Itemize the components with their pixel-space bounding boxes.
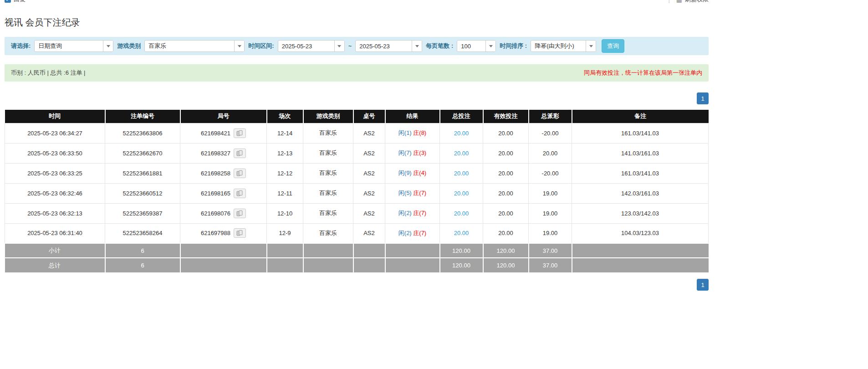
cell-round: 621698165 — [180, 183, 267, 203]
refresh-permission-label: 刷新权限 — [685, 0, 709, 4]
chevron-down-icon — [107, 45, 110, 47]
cell-session: 12-11 — [267, 183, 303, 203]
currency-summary-text: 币别 : 人民币 | 总共 :6 注单 | — [11, 69, 86, 77]
round-detail-button[interactable] — [234, 209, 246, 218]
result-banker: 庄(3) — [413, 149, 426, 156]
round-number: 621697988 — [201, 230, 230, 236]
page-1-button[interactable]: 1 — [697, 279, 709, 291]
round-detail-button[interactable] — [234, 228, 246, 238]
result-banker: 庄(7) — [413, 210, 426, 216]
page-size-caret-button[interactable] — [485, 41, 495, 51]
select-label: 请选择: — [11, 42, 31, 50]
cell-bet-id: 522523659387 — [105, 203, 180, 223]
cell-bet-id: 522523663806 — [105, 123, 180, 143]
reply-toggle[interactable]: ✓ 回复 — [5, 0, 26, 4]
cards-icon — [236, 170, 243, 176]
cell-note: 123.03/142.03 — [572, 203, 709, 223]
sort-input[interactable] — [531, 41, 586, 51]
cell-note: 161.03/141.03 — [572, 163, 709, 183]
date-to-caret-button[interactable] — [412, 41, 422, 51]
cell-result: 闲(9) 庄(4) — [385, 163, 440, 183]
result-banker: 庄(7) — [413, 230, 426, 236]
cell-bet-id: 522523658264 — [105, 223, 180, 243]
total-bet-link[interactable]: 20.00 — [454, 190, 469, 197]
cell-payout: -20.00 — [529, 163, 572, 183]
total-bet-link[interactable]: 20.00 — [454, 130, 469, 137]
header-note: 备注 — [572, 110, 709, 123]
valid-bet-notice-text: 同局有效投注，统一计算在该局第一张注单内 — [584, 69, 702, 77]
cell-total-bet: 20.00 — [440, 223, 483, 243]
page-size-combobox[interactable] — [457, 40, 496, 52]
pagination-bottom: 1 — [5, 279, 709, 300]
total-bet-link[interactable]: 20.00 — [454, 170, 469, 177]
chevron-down-icon — [589, 45, 593, 47]
date-from-input[interactable] — [278, 41, 334, 51]
cell-note: 104.03/123.03 — [572, 223, 709, 243]
pagination-top: 1 — [5, 92, 709, 104]
total-bet-link[interactable]: 20.00 — [454, 210, 469, 217]
page-1-button[interactable]: 1 — [697, 92, 709, 104]
cell-session: 12-9 — [267, 223, 303, 243]
date-to-picker[interactable] — [355, 40, 422, 52]
total-bet-link[interactable]: 20.00 — [454, 150, 469, 157]
round-detail-button[interactable] — [234, 128, 246, 138]
query-button[interactable]: 查询 — [602, 39, 624, 53]
cell-result: 闲(2) 庄(7) — [385, 223, 440, 243]
cell-table-no: AS2 — [353, 203, 385, 223]
cell-payout: -20.00 — [529, 123, 572, 143]
refresh-permission[interactable]: | ▦ 刷新权限 — [668, 0, 709, 4]
cell-valid-bet: 20.00 — [483, 223, 529, 243]
header-total-bet: 总投注 — [440, 110, 483, 123]
round-number: 621698421 — [201, 130, 230, 137]
cell-game: 百家乐 — [303, 163, 353, 183]
date-from-caret-button[interactable] — [334, 41, 344, 51]
cell-total-bet: 20.00 — [440, 183, 483, 203]
header-table-no: 桌号 — [353, 110, 385, 123]
game-type-input[interactable] — [145, 41, 234, 51]
cell-bet-id: 522523662670 — [105, 143, 180, 163]
total-bet-link[interactable]: 20.00 — [454, 230, 469, 236]
round-number: 621698165 — [201, 190, 230, 197]
page-content: ✓ 回复 | ▦ 刷新权限 视讯 会员下注纪录 请选择: 游戏类别 时间区间: — [5, 0, 709, 300]
cards-icon — [236, 190, 243, 196]
cell-table-no: AS2 — [353, 183, 385, 203]
header-session: 场次 — [267, 110, 303, 123]
subtotal-label: 小计 — [5, 243, 105, 258]
cell-note: 141.03/161.03 — [572, 143, 709, 163]
date-from-picker[interactable] — [278, 40, 345, 52]
table-header-row: 时间 注单编号 局号 场次 游戏类别 桌号 结果 总投注 有效投注 总派彩 备注 — [5, 110, 709, 123]
reply-label: 回复 — [14, 0, 26, 4]
cell-note: 161.03/141.03 — [572, 123, 709, 143]
cell-session: 12-10 — [267, 203, 303, 223]
query-type-caret-button[interactable] — [103, 41, 113, 51]
round-detail-button[interactable] — [234, 169, 246, 178]
game-type-caret-button[interactable] — [234, 41, 244, 51]
query-type-input[interactable] — [35, 41, 103, 51]
date-to-input[interactable] — [356, 41, 412, 51]
sort-combobox[interactable] — [531, 40, 596, 52]
cell-table-no: AS2 — [353, 143, 385, 163]
game-type-label: 游戏类别 — [117, 42, 141, 50]
cell-payout: 19.00 — [529, 183, 572, 203]
cell-time: 2025-05-23 06:34:27 — [5, 123, 105, 143]
table-row: 2025-05-23 06:33:25 522523661881 6216982… — [5, 163, 709, 183]
page-size-input[interactable] — [457, 41, 485, 51]
round-detail-button[interactable] — [234, 189, 246, 198]
cell-table-no: AS2 — [353, 163, 385, 183]
header-result: 结果 — [385, 110, 440, 123]
cell-total-bet: 20.00 — [440, 143, 483, 163]
cell-total-bet: 20.00 — [440, 123, 483, 143]
sort-caret-button[interactable] — [586, 41, 596, 51]
game-type-combobox[interactable] — [144, 40, 245, 52]
sort-label: 时间排序 : — [500, 42, 527, 50]
result-banker: 庄(8) — [413, 129, 426, 136]
top-bar: ✓ 回复 | ▦ 刷新权限 — [5, 0, 709, 5]
query-type-combobox[interactable] — [34, 40, 113, 52]
cell-game: 百家乐 — [303, 203, 353, 223]
round-number: 621698076 — [201, 210, 230, 217]
header-payout: 总派彩 — [529, 110, 572, 123]
info-bar: 币别 : 人民币 | 总共 :6 注单 | 同局有效投注，统一计算在该局第一张注… — [5, 64, 709, 82]
checkbox-icon[interactable]: ✓ — [5, 0, 11, 3]
round-detail-button[interactable] — [234, 149, 246, 158]
bet-records-table: 时间 注单编号 局号 场次 游戏类别 桌号 结果 总投注 有效投注 总派彩 备注… — [5, 110, 709, 272]
